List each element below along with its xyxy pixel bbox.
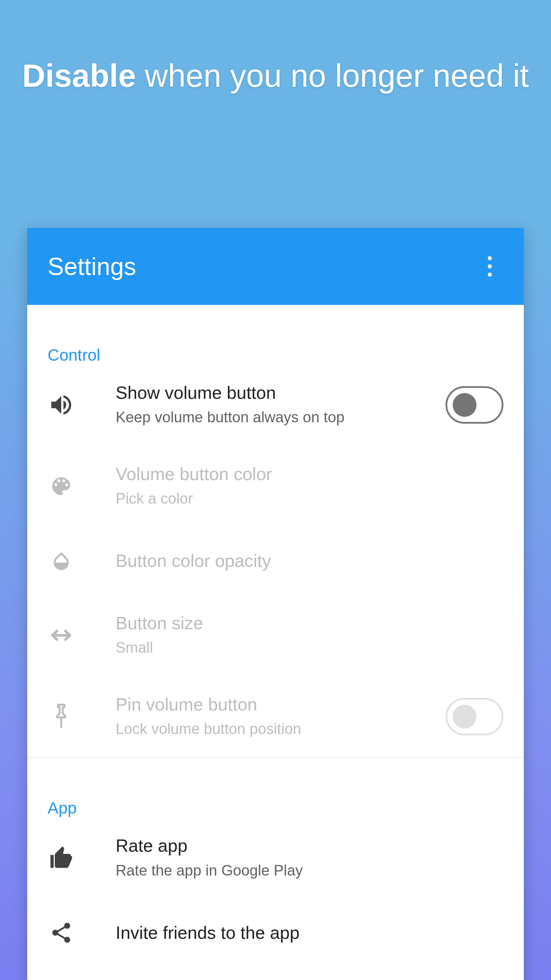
item-show-volume[interactable]: Show volume button Keep volume button al… — [27, 364, 524, 446]
item-text: Invite friends to the app — [75, 921, 503, 945]
hero-banner: Disable when you no longer need it — [0, 0, 551, 98]
item-title: Invite friends to the app — [116, 921, 503, 945]
svg-point-1 — [488, 264, 492, 269]
item-sub: Pick a color — [116, 487, 503, 511]
item-text: Show volume button Keep volume button al… — [75, 381, 446, 430]
item-title: Show volume button — [116, 381, 446, 404]
item-text: Button size Small — [75, 611, 503, 660]
item-text: Button color opacity — [75, 549, 503, 573]
volume-icon — [48, 392, 75, 418]
item-sub: Small — [116, 636, 503, 659]
section-header-control: Control — [27, 305, 524, 364]
item-text: Pin volume button Lock volume button pos… — [75, 692, 446, 741]
item-sub: Rate the app in Google Play — [116, 859, 503, 882]
page-title: Settings — [48, 253, 476, 280]
item-rate[interactable]: Rate app Rate the app in Google Play — [27, 817, 524, 899]
switch-pin[interactable] — [446, 698, 503, 735]
item-pin[interactable]: Pin volume button Lock volume button pos… — [27, 676, 524, 757]
swap-horiz-icon — [48, 628, 75, 642]
item-title: Volume button color — [116, 462, 503, 486]
item-title: Button color opacity — [116, 549, 503, 573]
opacity-icon — [48, 550, 75, 572]
item-title: Rate app — [116, 834, 503, 858]
item-sub: Keep volume button always on top — [116, 405, 446, 429]
item-size[interactable]: Button size Small — [27, 595, 524, 676]
item-text: Rate app Rate the app in Google Play — [75, 834, 503, 882]
pin-icon — [48, 704, 75, 730]
svg-point-0 — [488, 256, 492, 260]
hero-bold: Disable — [22, 58, 136, 94]
section-header-app: App — [27, 758, 524, 817]
item-text: Volume button color Pick a color — [75, 462, 503, 511]
more-vert-icon — [488, 256, 492, 277]
thumb-up-icon — [48, 845, 75, 871]
item-volume-color[interactable]: Volume button color Pick a color — [27, 446, 524, 527]
palette-icon — [48, 474, 75, 498]
item-opacity[interactable]: Button color opacity — [27, 527, 524, 595]
item-title: Button size — [116, 611, 503, 635]
svg-point-2 — [488, 272, 492, 277]
share-icon — [48, 921, 75, 945]
hero-text: Disable when you no longer need it — [0, 54, 551, 98]
app-bar: Settings — [27, 228, 524, 305]
item-sub: Lock volume button position — [116, 717, 446, 741]
settings-card: Settings Control Show volume button Keep… — [27, 228, 524, 980]
item-title: Pin volume button — [116, 692, 446, 716]
hero-rest: when you no longer need it — [136, 58, 529, 94]
switch-show-volume[interactable] — [446, 386, 503, 424]
more-button[interactable] — [476, 253, 503, 280]
item-invite[interactable]: Invite friends to the app — [27, 899, 524, 967]
